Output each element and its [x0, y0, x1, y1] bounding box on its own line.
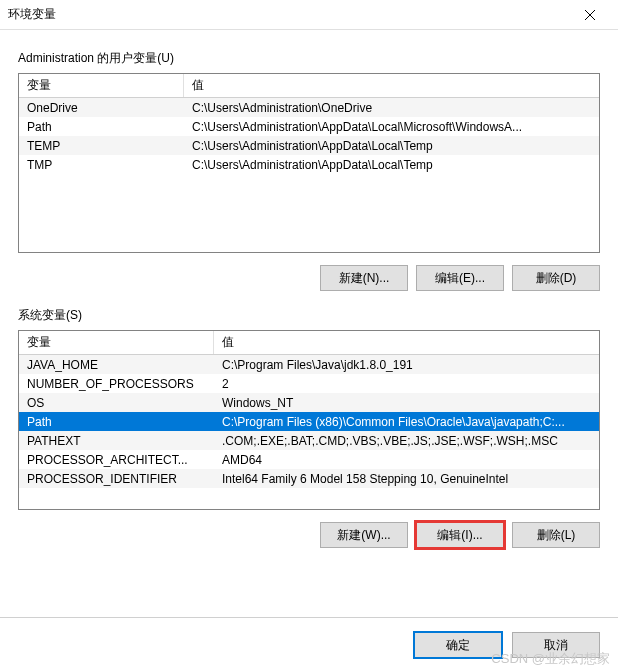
close-icon — [585, 10, 595, 20]
table-row[interactable]: OneDriveC:\Users\Administration\OneDrive — [19, 98, 599, 117]
row-variable: TEMP — [19, 139, 184, 153]
user-button-row: 新建(N)... 编辑(E)... 删除(D) — [18, 253, 600, 299]
content-area: Administration 的用户变量(U) 变量 值 OneDriveC:\… — [0, 30, 618, 617]
system-col-value[interactable]: 值 — [214, 331, 599, 354]
row-value: 2 — [214, 377, 599, 391]
row-value: .COM;.EXE;.BAT;.CMD;.VBS;.VBE;.JS;.JSE;.… — [214, 434, 599, 448]
table-row[interactable]: TEMPC:\Users\Administration\AppData\Loca… — [19, 136, 599, 155]
titlebar: 环境变量 — [0, 0, 618, 30]
row-variable: PROCESSOR_IDENTIFIER — [19, 472, 214, 486]
row-value: C:\Users\Administration\AppData\Local\Te… — [184, 139, 599, 153]
table-row[interactable]: TMPC:\Users\Administration\AppData\Local… — [19, 155, 599, 174]
system-edit-button[interactable]: 编辑(I)... — [416, 522, 504, 548]
row-variable: OneDrive — [19, 101, 184, 115]
system-delete-button[interactable]: 删除(L) — [512, 522, 600, 548]
table-row[interactable]: PROCESSOR_IDENTIFIERIntel64 Family 6 Mod… — [19, 469, 599, 488]
system-button-row: 新建(W)... 编辑(I)... 删除(L) — [18, 510, 600, 556]
table-row[interactable]: NUMBER_OF_PROCESSORS2 — [19, 374, 599, 393]
cancel-button[interactable]: 取消 — [512, 632, 600, 658]
env-vars-dialog: 环境变量 Administration 的用户变量(U) 变量 值 OneDri… — [0, 0, 618, 672]
row-variable: NUMBER_OF_PROCESSORS — [19, 377, 214, 391]
row-variable: PATHEXT — [19, 434, 214, 448]
row-variable: Path — [19, 120, 184, 134]
row-variable: Path — [19, 415, 214, 429]
user-table-body[interactable]: OneDriveC:\Users\Administration\OneDrive… — [19, 98, 599, 252]
table-row[interactable]: PathC:\Program Files (x86)\Common Files\… — [19, 412, 599, 431]
row-variable: TMP — [19, 158, 184, 172]
table-row[interactable]: PathC:\Users\Administration\AppData\Loca… — [19, 117, 599, 136]
user-vars-label: Administration 的用户变量(U) — [18, 50, 600, 67]
user-new-button[interactable]: 新建(N)... — [320, 265, 408, 291]
row-value: Windows_NT — [214, 396, 599, 410]
ok-button[interactable]: 确定 — [414, 632, 502, 658]
system-new-button[interactable]: 新建(W)... — [320, 522, 408, 548]
row-value: C:\Users\Administration\OneDrive — [184, 101, 599, 115]
system-table-body[interactable]: JAVA_HOMEC:\Program Files\Java\jdk1.8.0_… — [19, 355, 599, 509]
row-value: C:\Users\Administration\AppData\Local\Te… — [184, 158, 599, 172]
user-edit-button[interactable]: 编辑(E)... — [416, 265, 504, 291]
table-row[interactable]: PATHEXT.COM;.EXE;.BAT;.CMD;.VBS;.VBE;.JS… — [19, 431, 599, 450]
row-value: C:\Program Files (x86)\Common Files\Orac… — [214, 415, 599, 429]
row-variable: OS — [19, 396, 214, 410]
user-delete-button[interactable]: 删除(D) — [512, 265, 600, 291]
row-variable: PROCESSOR_ARCHITECT... — [19, 453, 214, 467]
user-col-variable[interactable]: 变量 — [19, 74, 184, 97]
user-col-value[interactable]: 值 — [184, 74, 599, 97]
row-value: C:\Users\Administration\AppData\Local\Mi… — [184, 120, 599, 134]
table-row[interactable]: PROCESSOR_ARCHITECT...AMD64 — [19, 450, 599, 469]
row-value: Intel64 Family 6 Model 158 Stepping 10, … — [214, 472, 599, 486]
system-table-header: 变量 值 — [19, 331, 599, 355]
close-button[interactable] — [570, 0, 610, 30]
row-value: C:\Program Files\Java\jdk1.8.0_191 — [214, 358, 599, 372]
dialog-footer: 确定 取消 — [0, 617, 618, 672]
window-title: 环境变量 — [8, 6, 570, 23]
table-row[interactable]: JAVA_HOMEC:\Program Files\Java\jdk1.8.0_… — [19, 355, 599, 374]
user-table-header: 变量 值 — [19, 74, 599, 98]
row-variable: JAVA_HOME — [19, 358, 214, 372]
user-vars-table[interactable]: 变量 值 OneDriveC:\Users\Administration\One… — [18, 73, 600, 253]
row-value: AMD64 — [214, 453, 599, 467]
system-vars-label: 系统变量(S) — [18, 307, 600, 324]
system-vars-table[interactable]: 变量 值 JAVA_HOMEC:\Program Files\Java\jdk1… — [18, 330, 600, 510]
table-row[interactable]: OSWindows_NT — [19, 393, 599, 412]
system-col-variable[interactable]: 变量 — [19, 331, 214, 354]
